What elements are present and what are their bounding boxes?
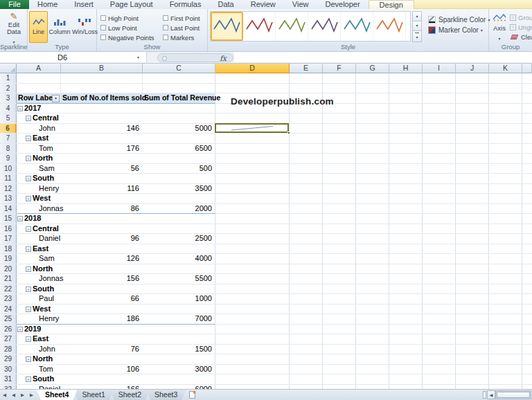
cells-a-to-c-row-12[interactable]: Henry1163500 xyxy=(17,184,215,194)
row-header-27[interactable]: 27 xyxy=(0,334,17,344)
type-button-win-loss[interactable]: Win/Loss xyxy=(71,11,97,43)
row-header-30[interactable]: 30 xyxy=(0,365,17,374)
collapse-icon[interactable]: - xyxy=(17,216,23,221)
cells-e-to-k-row-19[interactable] xyxy=(290,254,532,264)
cell-d31[interactable] xyxy=(215,374,290,384)
horizontal-scrollbar[interactable] xyxy=(495,390,531,399)
sparkline-style-swatch-2[interactable] xyxy=(243,12,276,41)
cells-e-to-k-row-30[interactable] xyxy=(290,365,532,374)
cells-a-to-c-row-5[interactable]: -Central xyxy=(17,113,215,123)
row-header-23[interactable]: 23 xyxy=(0,294,17,304)
cells-e-to-k-row-26[interactable] xyxy=(290,325,532,334)
tab-file[interactable]: File xyxy=(0,0,29,9)
ungroup-button[interactable]: Ungroup xyxy=(510,22,532,32)
type-button-line[interactable]: Line xyxy=(29,11,48,43)
cells-e-to-k-row-16[interactable] xyxy=(290,224,532,234)
cell-d15[interactable] xyxy=(215,214,290,224)
column-header-partial[interactable] xyxy=(522,64,532,73)
cells-e-to-k-row-12[interactable] xyxy=(290,184,532,194)
cells-e-to-k-row-6[interactable] xyxy=(290,124,532,134)
gallery-scroll-up-icon[interactable]: ▴ xyxy=(412,11,422,21)
row-header-9[interactable]: 9 xyxy=(0,154,17,163)
cells-e-to-k-row-17[interactable] xyxy=(290,234,532,244)
row-header-28[interactable]: 28 xyxy=(0,345,17,354)
cell-d10[interactable] xyxy=(215,164,290,174)
checkbox-last-point[interactable]: Last Point xyxy=(163,23,207,33)
cells-e-to-k-row-29[interactable] xyxy=(290,354,532,364)
cells-a-to-c-row-23[interactable]: Paul661000 xyxy=(17,294,215,304)
row-header-31[interactable]: 31 xyxy=(0,374,17,384)
tab-insert[interactable]: Insert xyxy=(66,0,102,9)
column-header-h[interactable]: H xyxy=(389,64,423,73)
cells-a-to-c-row-22[interactable]: -South xyxy=(17,284,215,294)
row-labels-filter-icon[interactable]: ▾ xyxy=(52,95,60,102)
cells-e-to-k-row-9[interactable] xyxy=(290,154,532,163)
horizontal-scrollbar-thumb[interactable] xyxy=(497,392,530,398)
cells-a-to-c-row-30[interactable]: Tom1063000 xyxy=(17,365,215,374)
cells-e-to-k-row-18[interactable] xyxy=(290,244,532,254)
cell-d5[interactable] xyxy=(215,113,290,123)
column-header-j[interactable]: J xyxy=(456,64,489,73)
previous-sheet-icon[interactable]: ◀ xyxy=(9,390,18,400)
cells-a-to-c-row-14[interactable]: Jonnas862000 xyxy=(17,204,215,214)
cells-e-to-k-row-7[interactable] xyxy=(290,134,532,143)
checkbox-low-point[interactable]: Low Point xyxy=(100,23,161,33)
cells-a-to-c-row-4[interactable]: -2017 xyxy=(17,104,215,113)
cells-e-to-k-row-13[interactable] xyxy=(290,194,532,203)
collapse-icon[interactable]: - xyxy=(26,336,31,342)
cells-a-to-c-row-20[interactable]: -North xyxy=(17,264,215,274)
cells-e-to-k-row-24[interactable] xyxy=(290,304,532,314)
cells-e-to-k-row-22[interactable] xyxy=(290,284,532,294)
cells-e-to-k-row-15[interactable] xyxy=(290,214,532,224)
cells-a-to-c-row-21[interactable]: Jonnas1565500 xyxy=(17,274,215,284)
cells-e-to-k-row-28[interactable] xyxy=(290,345,532,354)
tab-home[interactable]: Home xyxy=(29,0,66,9)
cells-a-to-c-row-15[interactable]: -2018 xyxy=(17,213,215,224)
row-header-2[interactable]: 2 xyxy=(0,84,17,93)
cell-d17[interactable] xyxy=(215,234,290,244)
sparkline-style-swatch-5[interactable] xyxy=(341,12,373,41)
column-header-c[interactable]: C xyxy=(143,64,215,73)
cells-e-to-k-row-31[interactable] xyxy=(290,374,532,384)
marker-color-button[interactable]: Marker Color ▾ xyxy=(428,25,490,35)
tab-splitter-handle[interactable] xyxy=(483,391,486,399)
clear-button[interactable]: Clear▾ xyxy=(510,32,532,42)
group-button[interactable]: Group xyxy=(510,12,532,22)
cell-d2[interactable] xyxy=(215,84,290,93)
collapse-icon[interactable]: - xyxy=(17,327,23,332)
cells-a-to-c-row-29[interactable]: -North xyxy=(17,354,215,364)
cells-a-to-c-row-28[interactable]: John761500 xyxy=(17,345,215,354)
cells-a-to-c-row-27[interactable]: -East xyxy=(17,334,215,344)
cell-d1[interactable] xyxy=(215,73,290,83)
column-header-k[interactable]: K xyxy=(489,64,522,73)
first-sheet-icon[interactable]: ◀ xyxy=(0,390,9,400)
cells-a-to-c-row-7[interactable]: -East xyxy=(17,134,215,143)
cell-d8[interactable] xyxy=(215,144,290,154)
cells-a-to-c-row-25[interactable]: Henry1867000 xyxy=(17,314,215,324)
tab-data[interactable]: Data xyxy=(209,0,242,9)
row-header-3[interactable]: 3 xyxy=(0,93,17,103)
row-header-19[interactable]: 19 xyxy=(0,254,17,264)
sheet-tab-sheet3[interactable]: Sheet3 xyxy=(146,390,186,400)
cells-a-to-c-row-17[interactable]: Daniel962500 xyxy=(17,234,215,244)
collapse-icon[interactable]: - xyxy=(26,116,31,121)
cells-e-to-k-row-8[interactable] xyxy=(290,144,532,154)
cell-d20[interactable] xyxy=(215,264,290,274)
row-header-5[interactable]: 5 xyxy=(0,113,17,123)
row-header-8[interactable]: 8 xyxy=(0,144,17,154)
collapse-icon[interactable]: - xyxy=(17,106,23,111)
cells-e-to-k-row-10[interactable] xyxy=(290,164,532,174)
cells-a-to-c-row-2[interactable] xyxy=(17,84,215,93)
checkbox-negative-points[interactable]: Negative Points xyxy=(100,33,161,42)
cell-d7[interactable] xyxy=(215,134,290,143)
column-header-a[interactable]: A xyxy=(17,64,61,73)
row-header-14[interactable]: 14 xyxy=(0,204,17,214)
row-header-12[interactable]: 12 xyxy=(0,184,17,194)
collapse-icon[interactable]: - xyxy=(26,307,31,312)
next-sheet-icon[interactable]: ▶ xyxy=(18,390,27,400)
cells-a-to-c-row-26[interactable]: -2019 xyxy=(17,324,215,334)
sparkline-style-swatch-3[interactable] xyxy=(276,12,308,41)
cell-d11[interactable] xyxy=(215,174,290,183)
cell-d13[interactable] xyxy=(215,194,290,203)
last-sheet-icon[interactable]: ▶ xyxy=(27,390,36,400)
